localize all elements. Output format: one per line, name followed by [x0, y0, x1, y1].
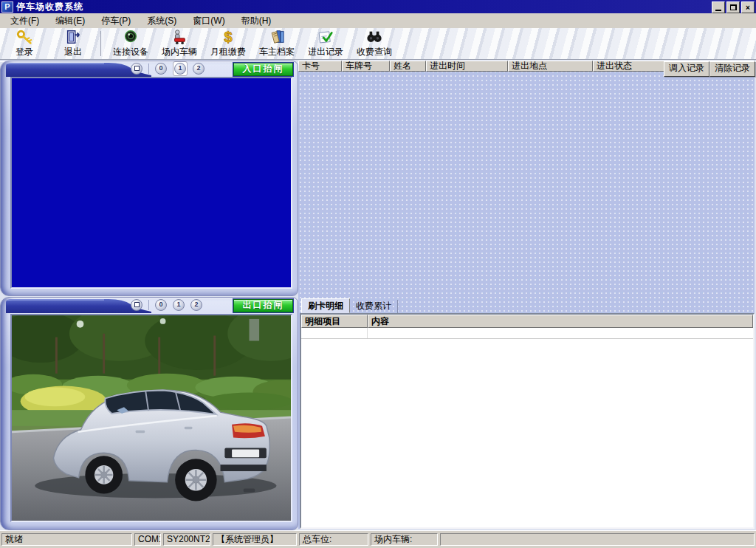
- toolbar-fee-query[interactable]: 收费查询: [350, 29, 399, 58]
- exit-gate-open-button[interactable]: 出口抬闸: [233, 299, 293, 312]
- restore-button[interactable]: [726, 1, 740, 13]
- toolbar: 登录 退出 连接设备: [0, 28, 756, 60]
- toolbar-owner-files[interactable]: 车主档案: [252, 29, 301, 58]
- entry-monitor-button[interactable]: [131, 63, 142, 75]
- exit-camera-panel: 0 1 2 出口抬闸: [0, 297, 298, 530]
- toolbar-fee-query-label: 收费查询: [357, 46, 392, 58]
- exit-monitor-button[interactable]: [131, 299, 142, 311]
- webcam-icon: [121, 29, 140, 45]
- exit-channel-0[interactable]: 0: [155, 299, 167, 311]
- status-ready: 就绪: [1, 533, 132, 546]
- entry-camera-panel: 0 1 2 入口抬闸: [0, 61, 298, 296]
- check-note-icon: [316, 29, 335, 45]
- detail-table-header: 明细项目 内容: [301, 315, 753, 328]
- minimize-button[interactable]: [712, 1, 725, 13]
- clear-records-button[interactable]: 清除记录: [709, 61, 755, 77]
- toolbar-exit[interactable]: 退出: [49, 29, 97, 58]
- title-bar: P 停车场收费系统 ×: [0, 0, 756, 13]
- col-card-number[interactable]: 卡号: [298, 61, 342, 72]
- exit-panel-header: 0 1 2 出口抬闸: [1, 298, 298, 313]
- toolbar-connect-device-label: 连接设备: [113, 46, 148, 58]
- exit-channel-1[interactable]: 1: [173, 299, 185, 311]
- load-records-button[interactable]: 调入记录: [664, 61, 709, 77]
- app-icon: P: [1, 1, 13, 13]
- col-inout-location[interactable]: 进出地点: [508, 61, 593, 72]
- toolbar-inout-records[interactable]: 进出记录: [301, 29, 350, 58]
- detail-tabstrip: 刷卡明细 收费累计: [298, 297, 755, 313]
- tab-fee-total[interactable]: 收费累计: [350, 300, 398, 313]
- menu-parking[interactable]: 停车(P): [95, 13, 137, 29]
- entry-channel-1[interactable]: 1: [174, 63, 186, 75]
- entry-channel-1-selected: 1: [173, 61, 188, 76]
- tab-card-detail[interactable]: 刷卡明细: [301, 298, 350, 313]
- toolbar-vehicles-in-lot-label: 场内车辆: [162, 46, 197, 58]
- menu-edit[interactable]: 编辑(E): [49, 13, 91, 29]
- dollar-icon: $: [219, 29, 238, 45]
- archive-books-icon: [267, 29, 286, 45]
- window-title: 停车场收费系统: [16, 1, 83, 13]
- exit-channel-2[interactable]: 2: [190, 299, 202, 311]
- status-total-spaces: 总车位:: [299, 533, 368, 546]
- status-operator: 【系统管理员】: [213, 533, 297, 546]
- exit-channel-buttons: 0 1 2: [131, 299, 208, 310]
- col-inout-time[interactable]: 进出时间: [426, 61, 508, 72]
- right-panel: 卡号 车牌号 姓名 进出时间 进出地点 进出状态 刷卡明细 收费累计 调入记录 …: [298, 61, 755, 529]
- dollar-glyph: $: [224, 29, 232, 45]
- entry-camera-video: [10, 77, 292, 289]
- vehicle-cart-icon: [170, 29, 189, 45]
- toolbar-exit-label: 退出: [64, 46, 82, 58]
- detail-empty-row: [301, 328, 753, 339]
- toolbar-inout-records-label: 进出记录: [308, 46, 343, 58]
- toolbar-separator: [100, 31, 103, 56]
- toolbar-owner-files-label: 车主档案: [259, 46, 295, 58]
- entry-channel-0[interactable]: 0: [155, 63, 167, 75]
- toolbar-login-label: 登录: [16, 46, 33, 58]
- entry-channel-2[interactable]: 2: [193, 63, 205, 75]
- detail-table: 明细项目 内容: [300, 313, 755, 529]
- app-window: P 停车场收费系统 × 文件(F) 编辑(E) 停车(P) 系统(S) 窗口(W…: [0, 0, 756, 548]
- binoculars-icon: [365, 29, 384, 45]
- close-button[interactable]: ×: [741, 1, 755, 13]
- channel-separator: [148, 300, 149, 310]
- menu-bar: 文件(F) 编辑(E) 停车(P) 系统(S) 窗口(W) 帮助(H): [0, 13, 756, 29]
- entry-panel-header: 0 1 2 入口抬闸: [1, 61, 298, 77]
- records-list-area[interactable]: [298, 72, 755, 297]
- restore-icon: [730, 4, 737, 10]
- exit-camera-video: [10, 314, 292, 522]
- menu-window[interactable]: 窗口(W): [187, 13, 230, 29]
- status-extra: [440, 533, 755, 546]
- key-icon: [15, 29, 34, 45]
- minimize-icon: [715, 4, 721, 11]
- entry-gate-open-button[interactable]: 入口抬闸: [233, 63, 293, 76]
- monitor-icon: [134, 302, 140, 307]
- toolbar-monthly-payment-label: 月租缴费: [210, 46, 246, 58]
- col-detail-item[interactable]: 明细项目: [301, 315, 368, 328]
- col-name[interactable]: 姓名: [390, 61, 426, 72]
- menu-help[interactable]: 帮助(H): [236, 13, 278, 29]
- status-com-port: COM1: [134, 533, 161, 546]
- entry-channel-buttons: 0 1 2: [131, 63, 210, 74]
- toolbar-vehicles-in-lot[interactable]: 场内车辆: [155, 29, 204, 58]
- channel-separator: [148, 64, 149, 74]
- status-vehicles-in-lot: 场内车辆:: [371, 533, 438, 546]
- col-content[interactable]: 内容: [368, 315, 753, 328]
- car-photo: [12, 315, 291, 521]
- status-bar: 就绪 COM1 SY200NT2 【系统管理员】 总车位: 场内车辆:: [0, 530, 756, 548]
- toolbar-monthly-payment[interactable]: $ 月租缴费: [204, 29, 252, 58]
- status-device-model: SY200NT2: [163, 533, 210, 546]
- monitor-icon: [134, 66, 140, 71]
- col-plate-number[interactable]: 车牌号: [342, 61, 390, 72]
- menu-file[interactable]: 文件(F): [4, 13, 45, 29]
- toolbar-login[interactable]: 登录: [0, 29, 49, 58]
- menu-system[interactable]: 系统(S): [141, 13, 182, 29]
- toolbar-connect-device[interactable]: 连接设备: [106, 29, 155, 58]
- exit-door-icon: [63, 29, 83, 45]
